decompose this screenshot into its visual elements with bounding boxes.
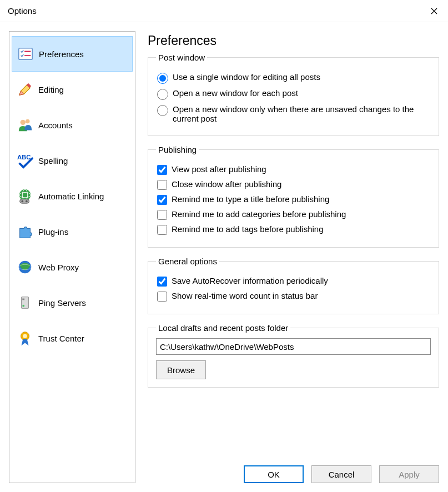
close-button[interactable] xyxy=(420,0,448,22)
check-remind-categories[interactable] xyxy=(157,210,167,220)
svg-rect-20 xyxy=(22,299,24,300)
sidebar-item-label: Plug-ins xyxy=(38,227,68,237)
sidebar-item-preferences[interactable]: Preferences xyxy=(12,36,133,72)
sidebar-item-label: Editing xyxy=(38,85,64,94)
server-icon xyxy=(15,294,35,311)
preferences-icon xyxy=(16,46,36,62)
sidebar-item-spelling[interactable]: ABC Spelling xyxy=(12,143,133,178)
page-heading: Preferences xyxy=(148,33,439,48)
check-label: Save AutoRecover information periodicall… xyxy=(172,276,328,285)
close-icon xyxy=(431,8,437,14)
post-window-option-unsaved[interactable]: Open a new window only when there are un… xyxy=(156,104,431,123)
check-view-post[interactable] xyxy=(157,165,167,175)
check-label: Show real-time word count in status bar xyxy=(172,291,318,300)
svg-point-23 xyxy=(23,334,27,339)
sidebar-item-label: Preferences xyxy=(39,49,84,59)
radio-label: Open a new window only when there are un… xyxy=(173,104,431,123)
sidebar-item-editing[interactable]: Editing xyxy=(12,72,133,107)
check-wordcount[interactable] xyxy=(157,292,167,302)
title-bar: Options xyxy=(0,0,448,22)
ribbon-icon xyxy=(15,330,35,347)
sidebar-item-ping-servers[interactable]: Ping Servers xyxy=(12,285,133,320)
post-window-radio-single[interactable] xyxy=(157,73,168,84)
post-window-legend: Post window xyxy=(156,53,207,62)
check-label: Remind me to add tags before publishing xyxy=(172,224,324,234)
check-label: Close window after publishing xyxy=(172,179,281,189)
sidebar-item-trust-center[interactable]: Trust Center xyxy=(12,320,133,356)
svg-point-16 xyxy=(26,200,28,203)
sidebar-item-label: Automatic Linking xyxy=(38,192,104,201)
sidebar-item-label: Spelling xyxy=(38,156,68,165)
globe-link-icon xyxy=(15,188,35,204)
content-pane: Preferences Post window Use a single win… xyxy=(135,31,439,483)
window-title: Options xyxy=(8,6,420,16)
radio-label: Use a single window for editing all post… xyxy=(173,72,320,82)
sidebar-item-label: Ping Servers xyxy=(38,298,86,308)
browse-button[interactable]: Browse xyxy=(156,360,206,379)
post-window-option-new[interactable]: Open a new window for each post xyxy=(156,88,431,100)
spelling-icon: ABC xyxy=(15,152,35,169)
pencil-icon xyxy=(15,81,35,98)
svg-point-8 xyxy=(21,120,26,125)
radio-label: Open a new window for each post xyxy=(173,88,298,98)
general-option-autorecover[interactable]: Save AutoRecover information periodicall… xyxy=(156,276,431,287)
general-options-group: General options Save AutoRecover informa… xyxy=(148,257,439,314)
publishing-group: Publishing View post after publishing Cl… xyxy=(148,145,439,248)
general-option-wordcount[interactable]: Show real-time word count in status bar xyxy=(156,291,431,302)
dialog-body: Preferences Editing Accounts ABC Spellin… xyxy=(0,22,448,492)
post-window-group: Post window Use a single window for edit… xyxy=(148,53,439,136)
svg-point-21 xyxy=(22,305,24,307)
sidebar-item-plugins[interactable]: Plug-ins xyxy=(12,214,133,249)
publishing-legend: Publishing xyxy=(156,145,199,154)
post-window-radio-unsaved[interactable] xyxy=(157,105,168,116)
publishing-option-close[interactable]: Close window after publishing xyxy=(156,179,431,190)
local-folder-input[interactable] xyxy=(156,338,431,355)
svg-rect-2 xyxy=(19,48,32,60)
post-window-radio-new[interactable] xyxy=(157,89,168,100)
publishing-option-remind-tags[interactable]: Remind me to add tags before publishing xyxy=(156,224,431,235)
check-label: View post after publishing xyxy=(172,164,266,174)
sidebar-item-label: Trust Center xyxy=(38,334,84,343)
sidebar-item-automatic-linking[interactable]: Automatic Linking xyxy=(12,178,133,214)
sidebar-item-accounts[interactable]: Accounts xyxy=(12,107,133,143)
apply-button[interactable]: Apply xyxy=(379,465,439,483)
svg-rect-14 xyxy=(20,199,29,204)
ok-button[interactable]: OK xyxy=(244,465,304,483)
check-close-window[interactable] xyxy=(157,180,167,190)
svg-text:ABC: ABC xyxy=(17,154,31,160)
svg-point-9 xyxy=(26,119,30,124)
check-autorecover[interactable] xyxy=(157,277,167,287)
local-folder-group: Local drafts and recent posts folder Bro… xyxy=(148,323,439,388)
publishing-option-view[interactable]: View post after publishing xyxy=(156,164,431,175)
dialog-button-bar: OK Cancel Apply xyxy=(148,458,439,483)
puzzle-icon xyxy=(15,223,35,240)
sidebar-item-web-proxy[interactable]: Web Proxy xyxy=(12,249,133,285)
publishing-option-remind-categories[interactable]: Remind me to add categories before publi… xyxy=(156,209,431,220)
sidebar-item-label: Accounts xyxy=(38,121,73,130)
people-icon xyxy=(15,117,35,133)
check-remind-tags[interactable] xyxy=(157,225,167,235)
globe-icon xyxy=(15,259,35,275)
check-label: Remind me to type a title before publish… xyxy=(172,194,329,204)
cancel-button[interactable]: Cancel xyxy=(311,465,371,483)
publishing-option-remind-title[interactable]: Remind me to type a title before publish… xyxy=(156,194,431,205)
sidebar: Preferences Editing Accounts ABC Spellin… xyxy=(9,31,135,483)
svg-point-15 xyxy=(21,200,23,203)
post-window-option-single[interactable]: Use a single window for editing all post… xyxy=(156,72,431,84)
general-legend: General options xyxy=(156,257,219,266)
check-remind-title[interactable] xyxy=(157,195,167,205)
local-folder-legend: Local drafts and recent posts folder xyxy=(156,323,290,333)
sidebar-item-label: Web Proxy xyxy=(38,263,79,272)
check-label: Remind me to add categories before publi… xyxy=(172,209,346,219)
